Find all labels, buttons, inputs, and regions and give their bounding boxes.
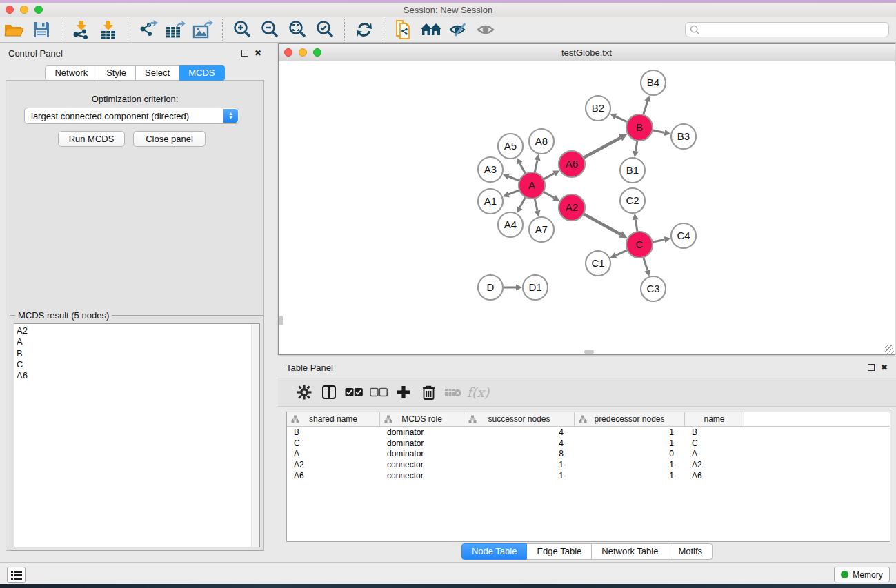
settings-gear-button[interactable] [292,382,317,403]
first-neighbors-button[interactable] [417,18,445,41]
function-builder-button[interactable]: f(x) [466,382,490,403]
graph-node-B4[interactable]: B4 [641,70,666,95]
save-session-button[interactable] [28,18,55,41]
open-file-button[interactable] [0,18,28,41]
tab-select[interactable]: Select [136,65,179,81]
graph-edge-C-C3[interactable] [644,258,648,270]
graph-node-A3[interactable]: A3 [478,157,503,182]
import-table-button[interactable] [94,18,122,41]
table-cell[interactable]: connector [380,460,464,469]
column-header-shared-name[interactable]: shared name [287,412,380,427]
tab-node-table[interactable]: Node Table [461,543,528,560]
node-table[interactable]: shared nameMCDS rolesuccessor nodesprede… [286,412,890,542]
graph-edge-A6-B[interactable] [584,138,621,158]
network-window-titlebar[interactable]: testGlobe.txt [279,44,895,61]
table-cell[interactable]: connector [380,471,464,480]
table-cell[interactable]: C [287,438,380,448]
table-cell[interactable]: 1 [575,427,685,437]
mcds-result-item[interactable]: A2 [17,325,259,336]
deselect-all-checkboxes-button[interactable] [366,382,391,403]
zoom-selected-button[interactable] [311,18,339,41]
graph-edge-A2-C[interactable] [584,214,621,234]
float-panel-icon[interactable] [868,364,875,371]
table-row[interactable]: A2connector11A2 [287,459,890,470]
delete-table-button[interactable] [441,382,466,403]
network-canvas[interactable]: B4B2BB3B1A5A8A6A3AA1C2A4A7A2C4CC1C3DD1 [279,61,895,354]
zoom-out-button[interactable] [256,18,283,41]
graph-node-A6[interactable]: A6 [559,151,585,177]
table-row[interactable]: Adominator80A [287,449,890,460]
table-cell[interactable]: 1 [464,471,575,480]
table-cell[interactable]: dominator [380,449,464,458]
graph-edge-C-C2[interactable] [635,220,637,232]
run-mcds-button[interactable]: Run MCDS [58,131,125,147]
tab-network-table[interactable]: Network Table [592,543,668,560]
window-resize-grip[interactable] [885,345,894,354]
show-all-button[interactable] [472,18,500,41]
refresh-layout-button[interactable] [350,18,378,41]
table-cell[interactable]: dominator [380,427,464,437]
graph-node-B3[interactable]: B3 [671,124,696,149]
graph-edge-A-A7[interactable] [535,199,537,211]
graph-edge-A-A3[interactable] [508,176,519,181]
table-cell[interactable]: 1 [464,460,575,469]
table-cell[interactable]: B [287,427,380,437]
graph-edge-C-C4[interactable] [653,240,665,242]
memory-button[interactable]: Memory [834,567,890,582]
tab-style[interactable]: Style [97,65,136,81]
table-cell[interactable]: A6 [287,471,380,480]
graph-edge-A-A4[interactable] [519,198,525,208]
graph-node-A2[interactable]: A2 [559,194,585,221]
graph-edge-C-C1[interactable] [616,250,627,255]
tab-motifs[interactable]: Motifs [668,543,713,560]
graph-edge-B-B2[interactable] [615,116,627,122]
table-cell[interactable]: 4 [464,438,575,448]
graph-node-D1[interactable]: D1 [523,275,548,300]
mcds-result-item[interactable]: A [17,336,259,347]
table-row[interactable]: Cdominator41C [287,438,890,449]
column-header-predecessor-nodes[interactable]: predecessor nodes [575,412,685,427]
column-header-successor-nodes[interactable]: successor nodes [464,412,575,427]
graph-edge-A-A6[interactable] [544,174,555,179]
mcds-result-list[interactable]: A2ABCA6 [14,323,260,547]
graph-node-D[interactable]: D [478,275,503,300]
graph-node-A1[interactable]: A1 [478,189,503,214]
table-cell[interactable]: A [685,449,744,458]
mcds-result-item[interactable]: C [17,359,259,370]
select-all-checkboxes-button[interactable] [341,382,366,403]
show-panels-list-button[interactable] [7,567,26,583]
close-panel-icon[interactable]: ✖ [255,49,261,57]
zoom-in-button[interactable] [228,18,256,41]
graph-node-A8[interactable]: A8 [529,129,554,154]
search-input[interactable] [685,22,889,37]
table-cell[interactable]: 1 [575,471,685,480]
column-header-name[interactable]: name [685,412,744,427]
show-columns-button[interactable] [317,382,341,403]
graph-edge-B-B1[interactable] [635,141,637,152]
graph-edge-B-B4[interactable] [644,101,648,114]
graph-node-B1[interactable]: B1 [620,158,645,183]
export-table-button[interactable] [161,18,189,41]
table-row[interactable]: Bdominator41B [287,427,890,438]
graph-edge-A-A8[interactable] [535,160,537,172]
table-row[interactable]: A6connector11A6 [287,470,890,481]
table-cell[interactable]: B [685,427,744,437]
table-cell[interactable]: A6 [685,471,744,480]
zoom-fit-button[interactable] [283,18,311,41]
table-cell[interactable]: 4 [464,427,575,437]
table-cell[interactable]: A2 [287,460,380,469]
hide-selected-button[interactable] [445,18,472,41]
graph-edge-A-A1[interactable] [508,190,519,194]
network-vscroll-nub[interactable] [279,316,283,325]
graph-node-A7[interactable]: A7 [529,217,554,242]
graph-node-C4[interactable]: C4 [671,223,696,248]
tab-network[interactable]: Network [45,65,97,81]
table-cell[interactable]: dominator [380,438,464,448]
graph-node-A4[interactable]: A4 [498,212,523,237]
network-hscroll-nub[interactable] [584,350,594,354]
graph-node-A5[interactable]: A5 [498,134,523,159]
close-panel-button[interactable]: Close panel [133,131,206,147]
graph-node-C2[interactable]: C2 [620,188,645,213]
graph-node-C[interactable]: C [626,232,653,258]
table-cell[interactable]: 8 [464,449,575,458]
